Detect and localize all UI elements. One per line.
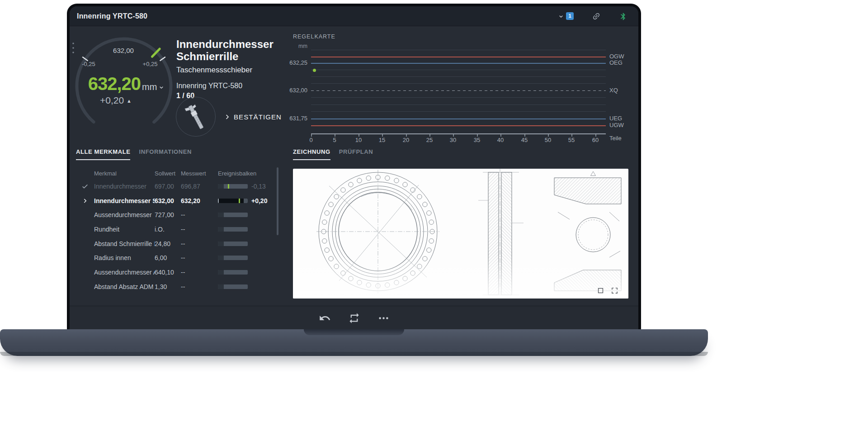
x-axis-line [311,133,606,134]
x-tick-label: 45 [519,137,530,143]
notification-badge[interactable]: 1 [566,12,574,20]
gauge-unit-dropdown[interactable] [158,84,165,93]
merkmal-list: Innendurchmesser 697,00 696,87 -0,13 Inn… [70,179,287,294]
event-bar [218,199,248,203]
row-name: Innendurchmesser [94,183,155,190]
y-axis-unit: mm [278,43,307,49]
row-messwert: -- [181,240,212,247]
ogw-limit-line [311,57,606,57]
y-tick-label: 631,75 [278,115,307,122]
repeat-icon[interactable] [348,312,360,324]
ueg-control-line [311,118,606,119]
part-name: Innenring YRTC-580 [176,82,294,90]
row-sollwert: 1,30 [155,283,181,290]
drawing-fade [293,256,628,299]
caliper-icon [179,100,212,133]
row-messwert: -- [181,226,212,233]
gauge-value-line: 632,20mm [79,74,175,94]
row-name: Radius innen [94,254,155,261]
window-title: Innenring YRTC-580 [77,6,147,26]
measurement-data-point [313,69,316,72]
header-sollwert: Sollwert [155,170,181,177]
table-row[interactable]: Abstand Absatz ADM 1,30 -- [70,280,287,294]
row-sollwert: 640,10 [155,269,181,276]
chevron-down-icon [557,13,565,20]
limit-label-ugw: UGW [609,122,624,128]
undo-icon[interactable] [319,312,331,324]
bluetooth-icon[interactable] [619,12,627,21]
drawing-note-icon [591,171,596,176]
limit-label-oeg: OEG [609,59,623,66]
xq-mean-line [311,90,606,91]
table-row[interactable]: Abstand Schmierrille I 24,80 -- [70,237,287,251]
technical-drawing [293,169,628,299]
titlebar-icons: 1 [557,6,627,26]
row-messwert: 632,20 [181,197,212,204]
header-merkmal: Merkmal [94,170,155,177]
gauge-value: 632,20 [88,74,141,94]
crop-square-icon[interactable] [597,287,604,294]
list-scrollbar[interactable] [277,167,278,235]
tab-informationen[interactable]: INFORMATIONEN [139,148,192,160]
event-bar [218,284,248,289]
titlebar: Innenring YRTC-580 1 [70,6,638,26]
tab-pruefplan[interactable]: PRÜFPLAN [339,148,373,160]
event-bar [218,213,248,217]
table-row[interactable]: Aussendurchmesser 727,00 -- [70,208,287,222]
chevron-right-icon [224,114,231,120]
row-name: Aussendurchmesser [94,211,155,218]
x-tick-label: 60 [590,137,601,143]
x-tick-label: 10 [353,137,364,143]
x-tick-label: 40 [495,137,506,143]
gauge-deviation-value: +0,20 [100,95,124,105]
link-icon[interactable] [592,12,601,21]
limit-label-xq: XQ [609,87,618,94]
x-axis-labels: 0 5 10 15 20 25 30 35 40 45 50 55 60 [311,137,609,144]
x-tick-label: 5 [329,137,340,143]
control-chart-plot [311,50,606,140]
laptop-base-notch [304,329,404,335]
row-messwert: -- [181,283,212,290]
table-row-active[interactable]: Innendurchmesser Sch 632,00 632,20 +0,20 [70,194,287,208]
row-messwert: -- [181,269,212,276]
ugw-limit-line [311,125,606,126]
page: Innenring YRTC-580 1 [0,0,868,436]
event-bar [218,227,248,232]
oeg-control-line [311,63,606,64]
table-row[interactable]: Innendurchmesser 697,00 696,87 -0,13 [70,179,287,194]
row-messwert: -- [181,211,212,218]
table-row[interactable]: Rundheit i.O. -- [70,222,287,237]
more-icon[interactable] [377,312,390,324]
confirm-button[interactable]: BESTÄTIGEN [224,110,282,123]
event-bar [218,242,248,246]
row-sollwert: 727,00 [155,211,181,218]
tab-zeichnung[interactable]: ZEICHNUNG [293,148,330,160]
row-sollwert: 24,80 [155,240,181,247]
laptop-screen: Innenring YRTC-580 1 [67,4,641,330]
tab-alle-merkmale[interactable]: ALLE MERKMALE [76,148,130,160]
instrument-name: Taschenmessschieber [176,66,294,75]
measurement-name-line1: Innendurchmesser [176,38,294,50]
x-tick-label: 25 [424,137,435,143]
check-icon [76,183,94,190]
x-tick-label: 20 [401,137,411,143]
chart-title: REGELKARTE [293,33,335,40]
table-row[interactable]: Radius innen 6,00 -- [70,251,287,265]
x-tick-label: 50 [542,137,553,143]
x-tick-label: 30 [448,137,458,143]
fullscreen-icon[interactable] [611,287,618,294]
y-tick-label: 632,25 [278,59,307,66]
right-tab-bar: ZEICHNUNG PRÜFPLAN [293,148,373,160]
row-sollwert: 6,00 [155,254,181,261]
chevron-right-icon [76,198,94,204]
row-sollwert: i.O. [155,226,181,233]
deviation-up-arrow-icon: ▲ [127,98,132,104]
left-tab-bar: ALLE MERKMALE INFORMATIONEN [76,148,192,160]
x-tick-label: 0 [306,137,316,143]
notifications-dropdown[interactable]: 1 [557,13,574,20]
event-bar [218,184,248,189]
table-row[interactable]: Aussendurchmesser A 640,10 -- [70,265,287,280]
instrument-photo [176,97,216,137]
limit-label-ueg: UEG [609,115,622,122]
x-axis-label: Teile [609,135,622,142]
